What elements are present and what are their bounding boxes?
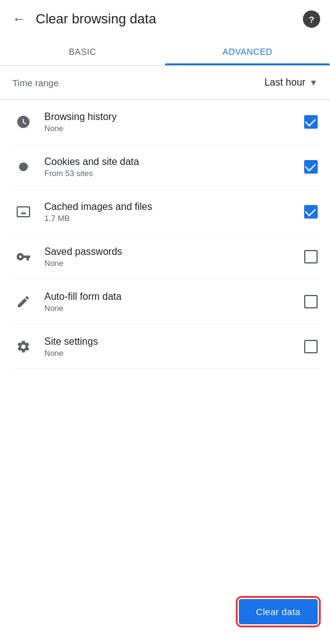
bottom-area: Clear data (239, 599, 318, 624)
item-subtitle: None (44, 124, 294, 133)
passwords-checkbox[interactable] (304, 250, 318, 264)
item-text: Auto-fill form data None (44, 291, 294, 313)
item-title: Auto-fill form data (44, 291, 294, 302)
clear-data-button[interactable]: Clear data (239, 599, 318, 624)
item-subtitle: None (44, 304, 294, 313)
list-item: Auto-fill form data None (10, 280, 320, 324)
header: ← Clear browsing data ? (0, 0, 330, 38)
item-subtitle: None (44, 259, 294, 268)
item-subtitle: From 53 sites (44, 169, 294, 178)
list-item: Site settings None (10, 324, 320, 369)
cookies-checkbox[interactable] (304, 160, 318, 174)
item-title: Cookies and site data (44, 156, 294, 167)
header-left: ← Clear browsing data (10, 9, 156, 30)
settings-icon (12, 336, 34, 358)
autofill-checkbox[interactable] (304, 295, 318, 308)
chevron-down-icon: ▼ (309, 78, 318, 87)
time-range-select[interactable]: Last hour ▼ (264, 77, 318, 88)
page-title: Clear browsing data (36, 11, 156, 27)
item-subtitle: None (44, 348, 294, 358)
checkbox-unchecked (304, 295, 318, 308)
item-title: Browsing history (44, 111, 294, 123)
site-settings-checkbox[interactable] (304, 340, 318, 353)
item-title: Site settings (44, 336, 294, 347)
list-item: Cookies and site data From 53 sites (10, 145, 320, 190)
back-button[interactable]: ← (10, 9, 28, 30)
tab-basic[interactable]: BASIC (0, 38, 165, 65)
image-icon (12, 201, 34, 223)
browsing-history-checkbox[interactable] (304, 115, 318, 129)
time-range-label: Time range (12, 78, 58, 88)
pencil-icon (12, 291, 34, 313)
checkbox-unchecked (304, 250, 318, 264)
item-text: Cookies and site data From 53 sites (44, 156, 294, 178)
item-title: Saved passwords (44, 246, 294, 257)
tab-advanced[interactable]: ADVANCED (165, 38, 330, 65)
list-item: Browsing history None (10, 100, 320, 145)
item-subtitle: 1.7 MB (44, 214, 294, 223)
checkbox-checked (304, 160, 318, 174)
clock-icon (12, 111, 34, 133)
help-icon[interactable]: ? (303, 10, 320, 28)
list-item: Saved passwords None (10, 235, 320, 280)
items-list: Browsing history None Cookies and site d… (0, 100, 330, 369)
time-range-value: Last hour (264, 77, 305, 88)
item-text: Browsing history None (44, 111, 294, 133)
tabs: BASIC ADVANCED (0, 38, 330, 66)
item-text: Saved passwords None (44, 246, 294, 268)
time-range-row: Time range Last hour ▼ (0, 66, 330, 100)
item-title: Cached images and files (44, 201, 294, 212)
list-item: Cached images and files 1.7 MB (10, 190, 320, 235)
item-text: Cached images and files 1.7 MB (44, 201, 294, 223)
checkbox-checked (304, 115, 318, 129)
key-icon (12, 246, 34, 268)
checkbox-unchecked (304, 340, 318, 353)
item-text: Site settings None (44, 336, 294, 358)
cookie-icon (12, 156, 34, 178)
cached-checkbox[interactable] (304, 205, 318, 219)
checkbox-checked (304, 205, 318, 219)
